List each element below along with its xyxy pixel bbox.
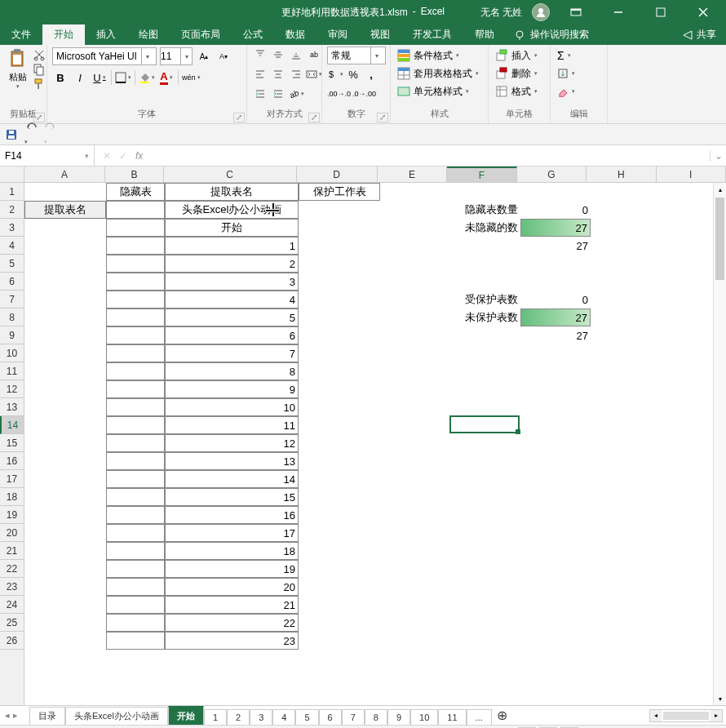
sheet-nav-next[interactable]: ▸ <box>13 710 18 721</box>
orientation-button[interactable]: ab <box>288 86 304 102</box>
fill-button[interactable]: ▾ <box>556 64 602 82</box>
formula-expand-button[interactable]: ⌄ <box>710 150 726 162</box>
share-button[interactable]: 共享 <box>672 24 726 45</box>
fx-button[interactable]: fx <box>135 150 143 162</box>
sheet-tab[interactable]: ... <box>467 709 492 725</box>
autosum-button[interactable]: Σ▾ <box>556 47 602 64</box>
tell-me-search[interactable]: 操作说明搜索 <box>506 28 597 45</box>
format-painter-button[interactable] <box>33 78 46 91</box>
comma-button[interactable]: , <box>363 66 379 82</box>
sheet-tab[interactable]: 6 <box>319 709 342 725</box>
row-header-18[interactable]: 18 <box>0 488 24 506</box>
extract-names-button[interactable]: 提取表名 <box>24 201 106 219</box>
row-header-6[interactable]: 6 <box>0 273 24 291</box>
paste-button[interactable]: 粘贴 ▾ <box>5 47 31 104</box>
insert-cells-button[interactable]: 插入▾ <box>494 47 545 64</box>
column-header-F[interactable]: F <box>447 166 516 182</box>
copy-button[interactable] <box>33 63 46 76</box>
bold-button[interactable]: B <box>52 69 69 86</box>
tab-help[interactable]: 帮助 <box>463 24 506 45</box>
name-box[interactable]: F14▾ <box>0 145 95 166</box>
column-header-A[interactable]: A <box>24 166 105 182</box>
align-top-button[interactable] <box>252 47 268 63</box>
sheet-tab[interactable]: 2 <box>227 709 250 725</box>
tab-draw[interactable]: 绘图 <box>127 24 170 45</box>
row-header-11[interactable]: 11 <box>0 362 24 380</box>
align-center-button[interactable] <box>270 66 286 82</box>
sheet-tab[interactable]: 8 <box>365 709 387 725</box>
row-header-3[interactable]: 3 <box>0 219 24 237</box>
row-header-21[interactable]: 21 <box>0 542 24 560</box>
column-header-C[interactable]: C <box>164 166 297 182</box>
font-color-button[interactable]: A <box>158 69 175 86</box>
row-header-5[interactable]: 5 <box>0 255 24 273</box>
row-header-14[interactable]: 14 <box>0 416 24 434</box>
delete-cells-button[interactable]: 删除▾ <box>494 64 545 82</box>
horizontal-scrollbar[interactable]: ◂ ▸ <box>649 709 723 722</box>
format-cells-button[interactable]: 格式▾ <box>494 82 545 100</box>
tab-view[interactable]: 视图 <box>359 24 401 45</box>
row-header-4[interactable]: 4 <box>0 237 24 255</box>
cancel-formula-button[interactable]: ✕ <box>103 150 111 162</box>
percent-button[interactable]: % <box>345 66 361 82</box>
row-header-23[interactable]: 23 <box>0 578 24 596</box>
row-header-20[interactable]: 20 <box>0 524 24 542</box>
select-all-corner[interactable] <box>0 166 24 182</box>
number-launcher[interactable]: ⤢ <box>377 113 388 122</box>
row-header-16[interactable]: 16 <box>0 452 24 470</box>
border-button[interactable] <box>115 69 131 86</box>
clipboard-launcher[interactable]: ⤢ <box>33 113 45 122</box>
row-header-2[interactable]: 2 <box>0 201 24 219</box>
row-header-22[interactable]: 22 <box>0 560 24 578</box>
cell-styles-button[interactable]: 单元格样式▾ <box>396 82 483 100</box>
user-avatar-icon[interactable] <box>532 3 550 21</box>
sheet-tab[interactable]: 1 <box>204 709 227 725</box>
sheet-tab[interactable]: 10 <box>410 709 438 725</box>
save-button[interactable] <box>5 128 18 141</box>
align-left-button[interactable] <box>252 66 268 82</box>
row-header-24[interactable]: 24 <box>0 596 24 614</box>
italic-button[interactable]: I <box>72 69 88 86</box>
sheet-tab[interactable]: 4 <box>272 709 295 725</box>
conditional-format-button[interactable]: 条件格式▾ <box>396 47 483 64</box>
row-header-12[interactable]: 12 <box>0 380 24 398</box>
sheet-tab[interactable]: 目录 <box>29 707 65 725</box>
tab-formula[interactable]: 公式 <box>232 24 274 45</box>
close-button[interactable] <box>687 0 719 24</box>
number-format-combo[interactable]: 常规▾ <box>327 47 386 64</box>
row-header-25[interactable]: 25 <box>0 614 24 632</box>
row-header-10[interactable]: 10 <box>0 344 24 362</box>
row-header-8[interactable]: 8 <box>0 309 24 326</box>
column-header-G[interactable]: G <box>517 166 587 182</box>
decrease-indent-button[interactable] <box>252 86 268 102</box>
tab-home[interactable]: 开始 <box>42 24 85 45</box>
tab-data[interactable]: 数据 <box>274 24 317 45</box>
increase-indent-button[interactable] <box>270 86 286 102</box>
wrap-text-button[interactable]: ab <box>306 47 322 63</box>
format-as-table-button[interactable]: 套用表格格式▾ <box>396 64 483 82</box>
merge-button[interactable] <box>306 66 322 82</box>
sheet-tab[interactable]: 9 <box>387 709 410 725</box>
cut-button[interactable] <box>33 48 46 61</box>
row-header-15[interactable]: 15 <box>0 434 24 452</box>
clear-button[interactable]: ▾ <box>556 82 602 100</box>
increase-font-button[interactable]: A▴ <box>196 48 212 64</box>
phonetic-button[interactable]: wén <box>182 69 201 86</box>
increase-decimal-button[interactable]: .00→.0 <box>327 86 351 102</box>
align-bottom-button[interactable] <box>288 47 304 63</box>
vertical-scrollbar[interactable]: ▴ ▾ <box>713 183 726 705</box>
sheet-tab[interactable]: 5 <box>295 709 318 725</box>
tab-developer[interactable]: 开发工具 <box>401 24 463 45</box>
font-size-combo[interactable]: 11▾ <box>160 47 193 65</box>
row-header-17[interactable]: 17 <box>0 470 24 488</box>
row-header-13[interactable]: 13 <box>0 398 24 416</box>
tab-insert[interactable]: 插入 <box>85 24 127 45</box>
decrease-decimal-button[interactable]: .0→.00 <box>352 86 376 102</box>
maximize-button[interactable] <box>644 0 677 24</box>
underline-button[interactable]: U <box>91 69 108 86</box>
enter-formula-button[interactable]: ✓ <box>119 150 127 162</box>
redo-button[interactable]: ▾ <box>44 122 57 147</box>
row-header-19[interactable]: 19 <box>0 506 24 524</box>
column-header-B[interactable]: B <box>105 166 164 182</box>
sheet-tab[interactable]: 7 <box>342 709 365 725</box>
